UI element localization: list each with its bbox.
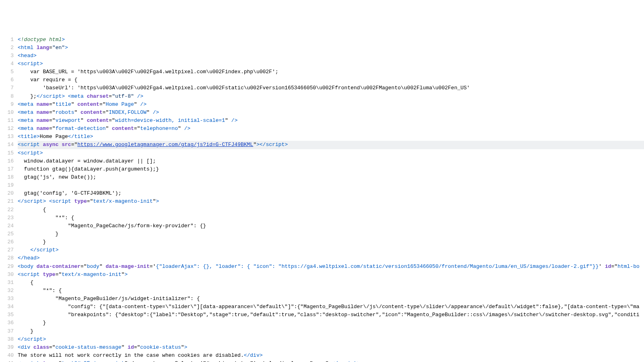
code-content: "Magento_PageBuilder/js/widget-initializ… [18, 295, 644, 303]
code-line: 14<script async src="https://www.googlet… [0, 141, 644, 149]
code-line: 10<meta name="robots" content="INDEX,FOL… [0, 109, 644, 117]
line-number: 39 [0, 343, 18, 352]
code-content: </script> [18, 246, 644, 254]
code-line: 40The store will not work correctly in t… [0, 352, 644, 360]
code-content: };</script> <meta charset="utf-8" /> [18, 93, 644, 101]
line-number: 29 [0, 263, 18, 271]
line-number: 21 [0, 197, 18, 206]
line-number: 8 [0, 93, 18, 101]
code-content: "*": { [18, 214, 644, 222]
code-line: 6 var require = { [0, 76, 644, 84]
code-content: } [18, 327, 644, 335]
code-line: 28</head> [0, 254, 644, 262]
code-line: 24 "Magento_PageCache/js/form-key-provid… [0, 222, 644, 230]
code-line: 29<body data-container="body" data-mage-… [0, 263, 644, 271]
code-line: 39<div class="cookie-status-message" id=… [0, 343, 644, 352]
line-number: 24 [0, 222, 18, 230]
line-number: 6 [0, 76, 18, 84]
code-content: function gtag(){dataLayer.push(arguments… [18, 165, 644, 173]
line-number: 14 [0, 141, 18, 149]
code-content: 'baseUrl': 'https\u003A\u002F\u002Fga4.w… [18, 84, 644, 92]
code-content: <meta name="format-detection" content="t… [18, 125, 644, 133]
code-line: 27 </script> [0, 246, 644, 254]
code-line: 17 function gtag(){dataLayer.push(argume… [0, 165, 644, 173]
code-line: 15<script> [0, 149, 644, 157]
line-number: 33 [0, 295, 18, 303]
code-content: <div class="cookie-status-message" id="c… [18, 343, 644, 352]
line-number: 22 [0, 206, 18, 214]
line-number: 7 [0, 84, 18, 92]
code-content: </script> <script type="text/x-magento-i… [18, 197, 644, 206]
line-number: 1 [0, 36, 18, 44]
line-number: 12 [0, 125, 18, 133]
line-number: 9 [0, 101, 18, 109]
code-content: var require = { [18, 76, 644, 84]
code-content: <meta name="viewport" content="width=dev… [18, 117, 644, 125]
code-line: 35 "breakpoints": {"desktop":{"label":"D… [0, 311, 644, 319]
code-content: <script async src="https://www.googletag… [18, 141, 644, 149]
line-number: 30 [0, 271, 18, 279]
code-content: <script type="text/x-magento-init"> [18, 271, 644, 279]
line-number: 15 [0, 149, 18, 157]
code-line: 33 "Magento_PageBuilder/js/widget-initia… [0, 295, 644, 303]
code-content: var BASE_URL = 'https\u003A\u002F\u002Fg… [18, 68, 644, 76]
code-content: "breakpoints": {"desktop":{"label":"Desk… [18, 311, 644, 319]
code-content: </head> [18, 254, 644, 262]
code-line: 36 } [0, 319, 644, 327]
line-number: 2 [0, 44, 18, 52]
line-number: 17 [0, 165, 18, 173]
line-number: 40 [0, 352, 18, 360]
code-content: "Magento_PageCache/js/form-key-provider"… [18, 222, 644, 230]
code-content: The store will not work correctly in the… [18, 352, 644, 360]
code-content: { [18, 206, 644, 214]
code-line: 11<meta name="viewport" content="width=d… [0, 117, 644, 125]
line-number: 26 [0, 238, 18, 246]
code-content: } [18, 238, 644, 246]
code-content: <head> [18, 52, 644, 60]
code-content: <!doctype html> [18, 36, 644, 44]
code-content: "*": { [18, 287, 644, 295]
line-number: 18 [0, 173, 18, 181]
code-line: 8 };</script> <meta charset="utf-8" /> [0, 93, 644, 101]
line-number: 13 [0, 133, 18, 141]
code-line: 9<meta name="title" content="Home Page" … [0, 101, 644, 109]
code-line: 22 { [0, 206, 644, 214]
code-line: 18 gtag('js', new Date()); [0, 173, 644, 181]
code-content: <script type="text&#x2F;javascript">docu… [18, 360, 644, 362]
code-line: 34 "config": {"[data-content-type=\"slid… [0, 303, 644, 311]
line-number: 36 [0, 319, 18, 327]
line-number: 16 [0, 157, 18, 165]
code-line: 21</script> <script type="text/x-magento… [0, 197, 644, 206]
code-line: 12<meta name="format-detection" content=… [0, 125, 644, 133]
line-number: 28 [0, 254, 18, 262]
code-line: 32 "*": { [0, 287, 644, 295]
code-line: 41<script type="text&#x2F;javascript">do… [0, 360, 644, 362]
code-line: 13<title>Home Page</title> [0, 133, 644, 141]
line-number: 31 [0, 279, 18, 287]
code-content: <script> [18, 60, 644, 68]
line-number: 38 [0, 335, 18, 343]
code-line: 16 window.dataLayer = window.dataLayer |… [0, 157, 644, 165]
code-content [18, 181, 644, 189]
code-line: 26 } [0, 238, 644, 246]
code-content: window.dataLayer = window.dataLayer || [… [18, 157, 644, 165]
code-line: 37 } [0, 327, 644, 335]
source-code-view: 1<!doctype html>2<html lang="en">3<head>… [0, 36, 644, 362]
code-content: <html lang="en"> [18, 44, 644, 52]
code-content: gtag('js', new Date()); [18, 173, 644, 181]
line-number: 3 [0, 52, 18, 60]
code-content: gtag('config', 'G-CTFJ49BKML'); [18, 189, 644, 197]
line-number: 20 [0, 189, 18, 197]
code-line: 20 gtag('config', 'G-CTFJ49BKML'); [0, 189, 644, 197]
code-content: <meta name="robots" content="INDEX,FOLLO… [18, 109, 644, 117]
code-line: 5 var BASE_URL = 'https\u003A\u002F\u002… [0, 68, 644, 76]
line-number: 41 [0, 360, 18, 362]
line-number: 25 [0, 230, 18, 238]
line-number: 19 [0, 181, 18, 189]
code-content: <body data-container="body" data-mage-in… [18, 263, 644, 271]
code-line: 31 { [0, 279, 644, 287]
line-number: 37 [0, 327, 18, 335]
line-number: 32 [0, 287, 18, 295]
code-content: <script> [18, 149, 644, 157]
line-number: 23 [0, 214, 18, 222]
